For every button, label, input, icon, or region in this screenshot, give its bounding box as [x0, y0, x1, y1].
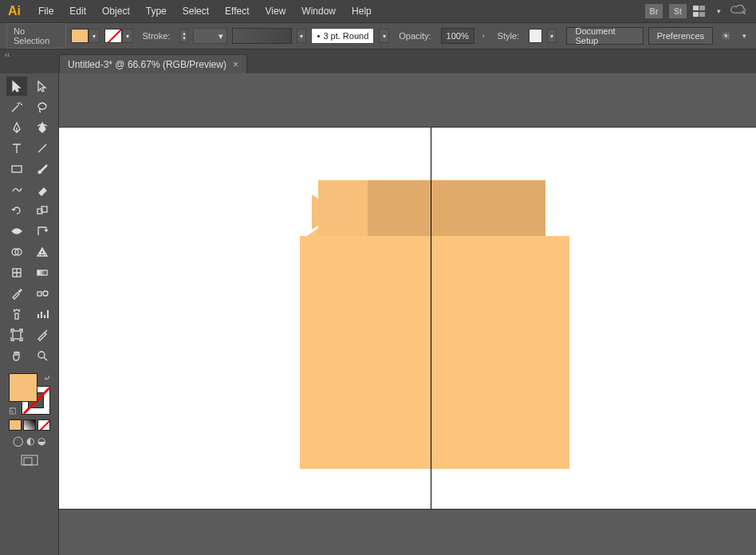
artboard-tool[interactable] [6, 325, 27, 344]
stroke-swatch-icon [104, 29, 122, 43]
selection-status: No Selection [6, 23, 66, 49]
menu-window[interactable]: Window [293, 6, 344, 17]
magic-wand-tool[interactable] [6, 97, 27, 116]
tools-panel: ⤾ ◱ ◯ ◐ ◒ [0, 73, 59, 555]
shaper-tool[interactable] [6, 180, 27, 199]
paintbrush-tool[interactable] [32, 159, 53, 179]
default-fill-stroke-icon[interactable]: ◱ [9, 406, 16, 415]
opacity-label: Opacity: [394, 30, 435, 42]
document-tab-title: Untitled-3* @ 66.67% (RGB/Preview) [68, 59, 226, 70]
profile-dropdown[interactable]: ▾ [379, 29, 389, 43]
menu-object[interactable]: Object [94, 6, 138, 17]
opacity-dropdown[interactable]: › [479, 32, 488, 40]
stroke-dropdown[interactable]: ▾ [122, 29, 133, 43]
canvas-area[interactable] [59, 73, 756, 555]
svg-rect-6 [37, 270, 47, 275]
selection-tool[interactable] [6, 77, 27, 96]
workspace: ⤾ ◱ ◯ ◐ ◒ [0, 73, 756, 555]
menu-select[interactable]: Select [175, 6, 217, 17]
symbol-sprayer-tool[interactable] [6, 305, 27, 324]
mesh-tool[interactable] [6, 263, 27, 282]
workspace-switcher-icon[interactable] [693, 6, 707, 17]
svg-rect-13 [24, 458, 32, 465]
type-tool[interactable] [6, 139, 27, 158]
color-mode-none[interactable] [37, 419, 50, 431]
app-logo: Ai [8, 4, 30, 18]
rotate-tool[interactable] [6, 201, 27, 220]
svg-rect-10 [13, 331, 21, 339]
svg-rect-9 [15, 313, 18, 319]
align-to-icon[interactable]: ☀ [718, 30, 734, 42]
color-mode-solid[interactable] [9, 419, 22, 431]
width-tool[interactable] [6, 222, 27, 241]
workspace-dropdown[interactable]: ▾ [714, 7, 724, 15]
eraser-tool[interactable] [32, 180, 53, 199]
fill-dropdown[interactable]: ▾ [89, 29, 100, 43]
panel-collapse[interactable]: ‹‹ [0, 50, 14, 59]
artboard [59, 128, 756, 509]
column-graph-tool[interactable] [32, 305, 53, 324]
preferences-button[interactable]: Preferences [648, 27, 713, 45]
menu-type[interactable]: Type [138, 6, 175, 17]
fill-color-icon[interactable] [9, 373, 37, 402]
menubar: Ai File Edit Object Type Select Effect V… [0, 0, 756, 22]
tab-strip: Untitled-3* @ 66.67% (RGB/Preview) × [0, 49, 756, 73]
bridge-button[interactable]: Br [645, 4, 663, 18]
close-tab-icon[interactable]: × [233, 59, 238, 70]
scale-tool[interactable] [32, 201, 53, 220]
brush-definition[interactable] [232, 28, 292, 44]
fill-swatch-control[interactable]: ▾ [71, 29, 100, 43]
svg-rect-0 [12, 166, 22, 172]
svg-rect-7 [37, 292, 41, 296]
blend-tool[interactable] [32, 284, 53, 303]
eyedropper-tool[interactable] [6, 284, 27, 303]
brush-dropdown[interactable]: ▾ [297, 29, 307, 43]
document-tab[interactable]: Untitled-3* @ 66.67% (RGB/Preview) × [59, 54, 247, 73]
control-bar: No Selection ▾ ▾ Stroke: ▲▼ ▾ ▾ • 3 pt. … [0, 22, 756, 49]
gradient-tool[interactable] [32, 263, 53, 282]
variable-width-profile[interactable]: • 3 pt. Round [311, 28, 374, 44]
style-label: Style: [493, 30, 525, 42]
line-tool[interactable] [32, 139, 53, 158]
search-cloud-icon[interactable] [730, 3, 746, 19]
stroke-weight-stepper[interactable]: ▲▼ [179, 29, 188, 43]
direct-selection-tool[interactable] [32, 77, 53, 96]
menu-edit[interactable]: Edit [61, 6, 94, 17]
menu-effect[interactable]: Effect [217, 6, 257, 17]
svg-point-11 [38, 352, 45, 358]
draw-mode-row: ◯ ◐ ◒ [13, 435, 45, 447]
lasso-tool[interactable] [32, 97, 53, 116]
free-transform-tool[interactable] [32, 222, 53, 241]
opacity-value[interactable]: 100% [441, 28, 474, 44]
box-main-shape [300, 236, 569, 469]
curvature-tool[interactable] [32, 118, 53, 137]
draw-behind-icon[interactable]: ◐ [26, 435, 34, 447]
zoom-tool[interactable] [32, 346, 53, 365]
perspective-grid-tool[interactable] [32, 242, 53, 262]
color-mode-gradient[interactable] [23, 419, 36, 431]
stroke-swatch-control[interactable]: ▾ [104, 29, 133, 43]
swap-fill-stroke-icon[interactable]: ⤾ [44, 373, 50, 382]
style-dropdown[interactable]: ▾ [547, 29, 557, 43]
rectangle-tool[interactable] [6, 159, 27, 179]
stroke-weight-select[interactable]: ▾ [193, 28, 227, 44]
fill-stroke-control[interactable]: ⤾ ◱ [9, 373, 50, 415]
shape-builder-tool[interactable] [6, 242, 27, 262]
stock-button[interactable]: St [669, 4, 687, 18]
svg-point-8 [43, 291, 48, 296]
vertical-guide [431, 128, 431, 509]
document-setup-button[interactable]: Document Setup [566, 27, 643, 45]
menu-view[interactable]: View [258, 6, 294, 17]
fill-swatch-icon [71, 29, 89, 43]
align-dropdown[interactable]: ▾ [739, 32, 750, 40]
menu-file[interactable]: File [30, 6, 61, 17]
pen-tool[interactable] [6, 118, 27, 137]
slice-tool[interactable] [32, 325, 53, 344]
hand-tool[interactable] [6, 346, 27, 365]
menu-help[interactable]: Help [344, 6, 380, 17]
draw-normal-icon[interactable]: ◯ [13, 435, 23, 447]
draw-inside-icon[interactable]: ◒ [37, 435, 45, 447]
color-mode-row [9, 419, 50, 431]
style-swatch-icon[interactable] [529, 29, 542, 43]
screen-mode-icon[interactable] [21, 455, 38, 470]
